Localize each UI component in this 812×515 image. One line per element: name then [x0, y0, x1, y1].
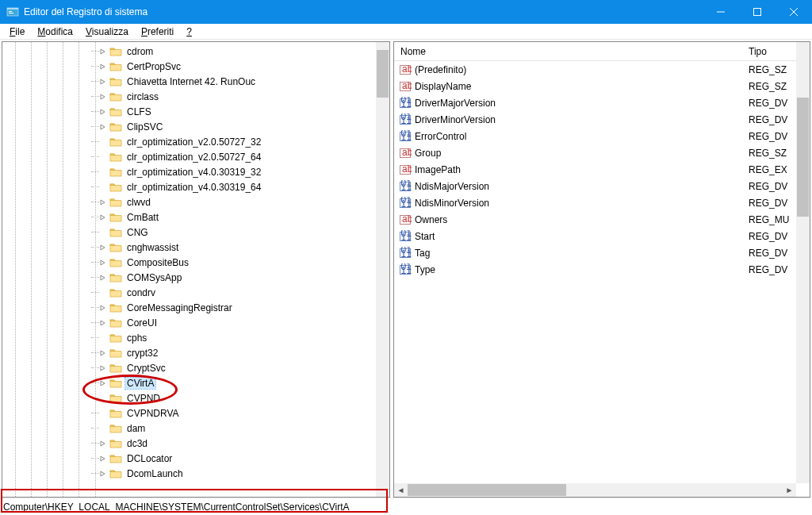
tree-node[interactable]: DcomLaunch	[91, 466, 376, 481]
expander-icon[interactable]	[98, 47, 108, 56]
scroll-thumb[interactable]	[797, 98, 809, 217]
expander-icon[interactable]	[98, 258, 108, 267]
tree-node[interactable]: clwvd	[91, 194, 376, 209]
tree-node[interactable]: clr_optimization_v2.0.50727_64	[91, 149, 376, 164]
list-row[interactable]: abDisplayNameREG_SZ	[394, 78, 796, 94]
expander-icon[interactable]	[98, 77, 108, 86]
tree-node[interactable]: CompositeBus	[91, 255, 376, 270]
expander-icon[interactable]	[98, 363, 108, 373]
list-body[interactable]: ab(Predefinito)REG_SZabDisplayNameREG_SZ…	[394, 61, 796, 483]
expander-icon[interactable]	[98, 107, 108, 117]
expander-icon[interactable]	[98, 198, 108, 207]
scroll-left-arrow[interactable]: ◄	[394, 483, 408, 497]
folder-icon	[109, 242, 122, 253]
folder-icon	[109, 91, 122, 102]
tree-node[interactable]: CertPropSvc	[91, 59, 376, 74]
svg-rect-2	[9, 11, 12, 12]
folder-icon	[109, 212, 122, 223]
tree-node[interactable]: dc3d	[91, 436, 376, 451]
expander-icon[interactable]	[98, 273, 108, 282]
tree-node[interactable]: DCLocator	[91, 451, 376, 466]
column-name[interactable]: Nome	[394, 46, 749, 57]
svg-text:110: 110	[401, 98, 412, 110]
menu-view[interactable]: Visualizza	[79, 25, 135, 39]
list-row[interactable]: 011110TagREG_DV	[394, 244, 796, 261]
svg-text:ab: ab	[402, 147, 412, 158]
value-name: DriverMajorVersion	[415, 98, 749, 109]
maximize-button[interactable]	[739, 0, 776, 24]
menu-favorites[interactable]: Preferiti	[135, 25, 180, 39]
tree-node[interactable]: COMSysApp	[91, 270, 376, 285]
menu-edit[interactable]: Modifica	[31, 25, 79, 39]
tree-node[interactable]: clr_optimization_v4.0.30319_64	[91, 179, 376, 194]
column-type[interactable]: Tipo	[749, 46, 796, 57]
tree-node[interactable]: cnghwassist	[91, 240, 376, 255]
expander-icon[interactable]	[98, 439, 108, 448]
list-row[interactable]: abOwnersREG_MU	[394, 211, 796, 228]
expander-icon[interactable]	[98, 92, 108, 102]
scroll-thumb[interactable]	[377, 50, 389, 98]
tree-node[interactable]: Chiavetta Internet 42. RunOuc	[91, 74, 376, 89]
list-row[interactable]: 011110TypeREG_DV	[394, 261, 796, 278]
list-scrollbar-h[interactable]: ◄ ►	[394, 483, 796, 497]
scroll-right-arrow[interactable]: ►	[783, 483, 796, 497]
tree-node[interactable]: CVPND	[91, 390, 376, 405]
value-name: ErrorControl	[415, 131, 749, 142]
tree-node[interactable]: CVirtA	[91, 375, 376, 390]
tree-node-label: CVPNDRVA	[125, 408, 181, 419]
tree-node[interactable]: crypt32	[91, 345, 376, 360]
value-name: Owners	[415, 214, 749, 225]
list-row[interactable]: 011110DriverMajorVersionREG_DV	[394, 94, 796, 111]
expander-icon[interactable]	[98, 122, 108, 132]
menu-file[interactable]: File	[3, 25, 31, 39]
tree-node[interactable]: CryptSvc	[91, 360, 376, 375]
tree-node[interactable]: cdrom	[91, 44, 376, 59]
tree-node[interactable]: CLFS	[91, 104, 376, 119]
tree-node[interactable]: condrv	[91, 285, 376, 300]
scroll-thumb-h[interactable]	[408, 484, 566, 496]
tree-pane: cdromCertPropSvcChiavetta Internet 42. R…	[2, 41, 390, 498]
expander-icon[interactable]	[98, 243, 108, 252]
list-row[interactable]: 011110StartREG_DV	[394, 228, 796, 244]
list-row[interactable]: abImagePathREG_EX	[394, 161, 796, 178]
tree-node[interactable]: clr_optimization_v2.0.50727_32	[91, 134, 376, 149]
tree-node[interactable]: CNG	[91, 225, 376, 240]
value-type: REG_DV	[749, 231, 796, 242]
list-row[interactable]: 011110DriverMinorVersionREG_DV	[394, 111, 796, 128]
tree-node[interactable]: CmBatt	[91, 209, 376, 225]
svg-text:110: 110	[401, 132, 412, 143]
list-row[interactable]: 011110ErrorControlREG_DV	[394, 128, 796, 144]
tree-node[interactable]: CoreMessagingRegistrar	[91, 300, 376, 315]
minimize-button[interactable]	[703, 0, 739, 24]
expander-icon[interactable]	[98, 469, 108, 478]
tree-list[interactable]: cdromCertPropSvcChiavetta Internet 42. R…	[2, 42, 376, 481]
list-row[interactable]: ab(Predefinito)REG_SZ	[394, 61, 796, 78]
expander-icon[interactable]	[98, 318, 108, 328]
tree-node[interactable]: circlass	[91, 89, 376, 104]
expander-icon[interactable]	[98, 213, 108, 222]
tree-node[interactable]: cphs	[91, 330, 376, 345]
tree-node[interactable]: CoreUI	[91, 315, 376, 330]
tree-node[interactable]: dam	[91, 421, 376, 436]
value-type: REG_DV	[749, 114, 796, 125]
expander-icon[interactable]	[98, 454, 108, 463]
expander-icon[interactable]	[98, 303, 108, 313]
folder-icon	[109, 378, 122, 389]
list-row[interactable]: 011110NdisMinorVersionREG_DV	[394, 194, 796, 211]
list-row[interactable]: abGroupREG_SZ	[394, 144, 796, 161]
close-button[interactable]	[776, 0, 812, 24]
list-row[interactable]: 011110NdisMajorVersionREG_DV	[394, 178, 796, 194]
list-scrollbar-v[interactable]	[796, 42, 810, 483]
tree-node-label: crypt32	[125, 348, 159, 359]
tree-node[interactable]: clr_optimization_v4.0.30319_32	[91, 164, 376, 179]
menu-help[interactable]: ?	[180, 25, 198, 39]
folder-icon	[109, 197, 122, 208]
expander-icon[interactable]	[98, 348, 108, 358]
tree-node-label: COMSysApp	[125, 272, 183, 283]
expander-icon[interactable]	[98, 379, 108, 388]
tree-node-label: CryptSvc	[125, 363, 167, 374]
expander-icon[interactable]	[98, 62, 108, 71]
tree-node[interactable]: ClipSVC	[91, 119, 376, 134]
tree-scrollbar[interactable]	[376, 42, 389, 497]
tree-node[interactable]: CVPNDRVA	[91, 405, 376, 421]
